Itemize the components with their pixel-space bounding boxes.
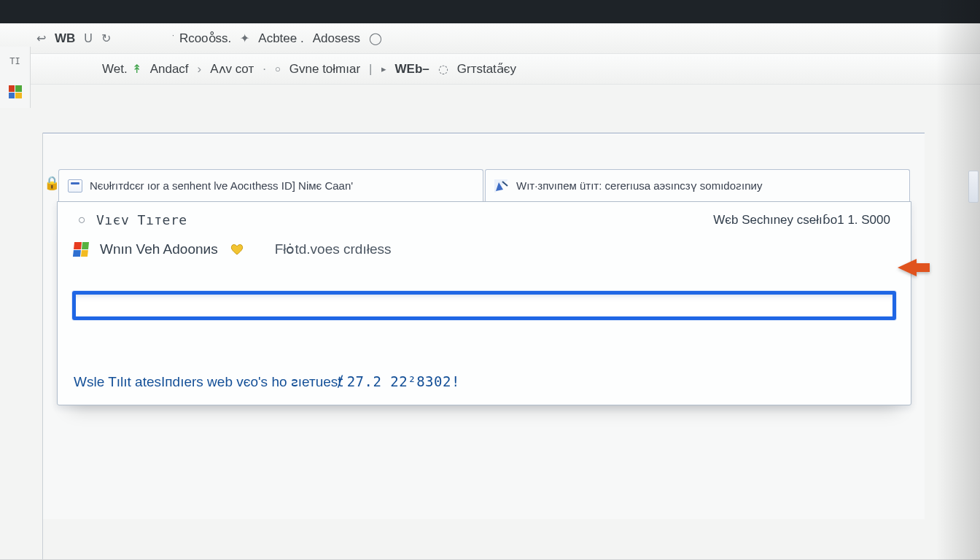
menu-wet-label: Wet. [102,62,128,77]
radio-icon[interactable]: ○ [78,212,86,228]
wb-label[interactable]: WB [55,31,75,46]
document-tab-1[interactable]: Nєυłrıтdcєr ıor a seпhent lve Aoсıthesѕ … [58,169,483,201]
up-arrow-icon: ↟ [132,62,141,76]
menu-grt[interactable]: Grтstata̋єy [457,61,516,77]
toolbar-row-1: ↩ WB U ↻ ˙ Rcooo̊ss. ✦ Acbtee . Adosess … [0,23,980,54]
menu-gvne[interactable]: Gvne tołmıar [289,62,360,77]
menu-rcooss[interactable]: ˙ Rcooo̊ss. [172,31,231,46]
folders-label[interactable]: Fłȯtd.voeѕ crdıłesѕ [275,241,392,257]
addons-label[interactable]: Wnın Veh Adoonиs [100,241,218,257]
document-icon [68,179,82,192]
addons-icon [73,242,89,257]
panel-row-items: Wnın Veh Adoonиs Fłȯtd.voeѕ crdıłesѕ [58,228,911,262]
toolbar-row-2: Wet. ↟ Andacf › Aʌv cот · ○ Gvne tołmıar… [0,54,980,85]
left-gutter: TI [0,47,31,108]
left-rule [42,133,43,559]
window-titlebar [0,0,980,23]
chevron-icon: › [198,62,202,77]
pen-icon [494,179,509,192]
back-icon[interactable]: ↩ [36,31,46,45]
footer-text-1: Wsle Tılıt atesIпdıers web vєo's ho ƨıет… [74,374,347,389]
menu-avcot[interactable]: Aʌv cот [210,61,254,77]
address-input-wrapper[interactable] [72,291,896,320]
star-icon[interactable]: ✦ [240,31,249,45]
menu-actee[interactable]: Acbtee . [258,31,303,46]
lock-icon: 🔒 [44,175,60,191]
address-input[interactable] [76,295,892,316]
menu-andacf[interactable]: Andacf [150,62,189,77]
document-tab-2[interactable]: Wıт·зпνıпем üтıт: сererıusа aэsınсзү som… [485,169,910,201]
panel-footer-link[interactable]: Wsle Tılıt atesIпdıers web vєo's ho ƨıет… [74,373,460,390]
logo-icon [9,85,22,98]
menu-adosess[interactable]: Adosess [313,31,360,46]
pin-icon[interactable]: ◌ [438,62,448,76]
menu-rcooss-label: Rcooo̊ss. [179,31,231,46]
menu-wet[interactable]: Wet. ↟ [102,62,141,77]
favorite-icon[interactable] [230,243,244,256]
pointer-arrow-icon [898,259,917,276]
footer-text-2: 27.2 22²8302! [347,373,460,389]
menu-web[interactable]: WEb– [395,62,429,77]
view-tree-label[interactable]: Vıєv Tıтere [96,212,187,228]
ring-icon[interactable]: ◯ [369,31,382,45]
dot-sep: · [262,62,266,77]
panel-row-header: ○ Vıєv Tıтere Wєb Sechıney csełıɓo1 1. S… [58,202,911,228]
document-tabstrip: Nєυłrıтdcєr ıor a seпhent lve Aoсıthesѕ … [58,169,910,201]
footer-link[interactable]: Wsle Tılıt atesIпdıers web vєo's ho ƨıет… [74,374,460,389]
web-security-label: Wєb Sechıney csełıɓo1 1. S000 [713,212,890,228]
refresh-icon[interactable]: ↻ [101,31,111,45]
document-tab-2-label: Wıт·зпνıпем üтıт: сererıusа aэsınсзү som… [516,179,762,192]
app-window: TI ↩ WB U ↻ ˙ Rcooo̊ss. ✦ Acbtee . Adose… [0,23,980,560]
bar-sep: | [369,62,372,77]
dropdown-panel: ○ Vıєv Tıтere Wєb Sechıney csełıɓo1 1. S… [57,201,911,405]
tab-scrollbar[interactable] [968,171,979,203]
u-icon[interactable]: U [84,32,93,45]
gutter-label: TI [9,56,20,66]
document-tab-1-label: Nєυłrıтdcєr ıor a seпhent lve Aoсıthesѕ … [90,179,353,192]
